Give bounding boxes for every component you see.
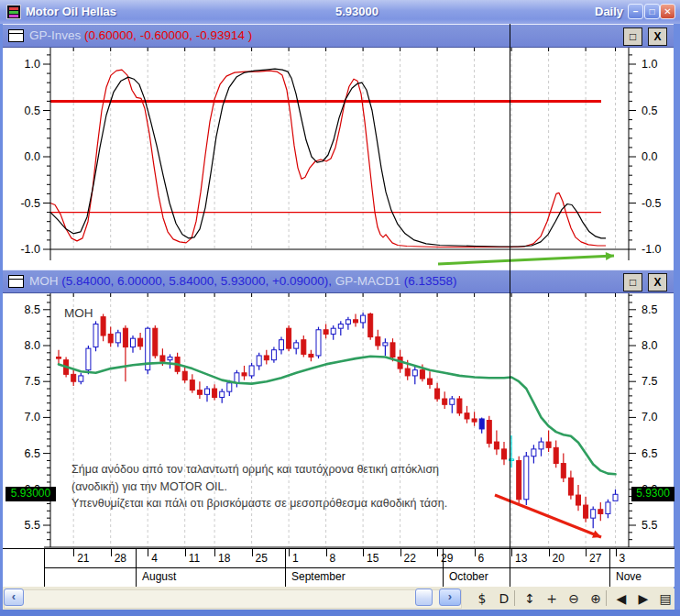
annotation-line: (ανοδική) για την MOTOR OIL. xyxy=(71,478,516,496)
candle-body xyxy=(294,343,299,348)
candle-body xyxy=(271,350,276,360)
candle-body xyxy=(287,328,291,348)
date-tick xyxy=(111,549,112,556)
price-scale-button[interactable]: $ xyxy=(472,589,492,608)
overlay-indicator-value: (6.13558) xyxy=(404,274,457,288)
close-button[interactable]: ✕ xyxy=(660,4,675,19)
date-tick xyxy=(252,549,253,556)
y-axis-label: 8.0 xyxy=(25,339,40,352)
month-label: September xyxy=(291,570,345,583)
scroll-left-button[interactable]: ‹ xyxy=(4,588,24,606)
zoom-out-button[interactable]: ⊖ xyxy=(564,589,584,608)
candle-body xyxy=(420,370,424,379)
candle-body xyxy=(390,343,395,358)
candle-body xyxy=(302,340,306,355)
titlebar-periodicity: Daily xyxy=(595,5,623,18)
overlay-indicator-name: GP-MACD1 xyxy=(335,274,400,288)
candle-body xyxy=(546,442,551,447)
date-tick xyxy=(549,549,550,556)
date-tick-label: 3 xyxy=(620,552,626,565)
candle-body xyxy=(591,510,596,518)
periodicity-daily-button[interactable]: D xyxy=(494,589,514,608)
candle-body xyxy=(79,376,83,381)
uptrend-arrow-head xyxy=(606,252,614,260)
candle-body xyxy=(472,419,477,422)
date-tick-label: 28 xyxy=(115,552,126,565)
candle-body xyxy=(532,449,536,456)
titlebar[interactable]: Motor Oil Hellas 5.93000 Daily – □ ✕ xyxy=(0,0,680,24)
candle-body xyxy=(123,328,127,346)
pane-close-button[interactable]: X xyxy=(648,28,667,46)
uptrend-arrow xyxy=(438,256,614,264)
candle-body xyxy=(345,320,350,324)
y-axis-label: 1.0 xyxy=(642,58,657,71)
candle-body xyxy=(338,324,343,328)
date-tick-label: 21 xyxy=(77,552,89,565)
date-axis[interactable]: 212841118251815222961320273AugustSeptemb… xyxy=(3,548,675,587)
candle-body xyxy=(86,348,91,370)
date-tick xyxy=(214,549,215,556)
candle-body xyxy=(264,356,269,360)
candle-body xyxy=(517,460,521,499)
candle-body xyxy=(324,330,328,335)
titlebar-last-value: 5.93000 xyxy=(335,5,378,18)
candle-body xyxy=(606,502,610,514)
indicator-window-icon xyxy=(8,29,24,42)
oscillator-pane-header[interactable]: GP-Inves (0.60000, -0.60000, -0.93914 ) … xyxy=(3,24,674,48)
symbol-ohlc-values: (5.84000, 6.00000, 5.84000, 5.93000, +0.… xyxy=(61,274,332,288)
candle-body xyxy=(383,343,388,346)
symbol-watermark: MOH xyxy=(64,306,93,320)
date-tick xyxy=(437,549,438,556)
candle-body xyxy=(554,447,558,463)
pane-maximize-button[interactable]: □ xyxy=(623,273,642,292)
zoom-vertical-button[interactable]: ↕ xyxy=(520,589,540,608)
horizontal-scrollbar-track[interactable] xyxy=(4,589,462,609)
date-tick-label: 27 xyxy=(589,552,601,565)
maximize-button[interactable]: □ xyxy=(644,4,660,19)
price-pane-header[interactable]: MOH (5.84000, 6.00000, 5.84000, 5.93000,… xyxy=(3,270,674,293)
candle-body xyxy=(93,324,98,346)
candle-body xyxy=(168,358,172,360)
candle-body xyxy=(220,391,225,397)
candle-body xyxy=(487,421,491,444)
candle-body xyxy=(598,510,603,514)
month-label: October xyxy=(449,570,488,583)
pane-close-button[interactable]: X xyxy=(648,273,667,292)
candle-body xyxy=(101,317,105,336)
candle-body xyxy=(457,399,462,413)
pane-maximize-button[interactable]: □ xyxy=(623,28,642,46)
pan-button[interactable]: + xyxy=(542,589,562,608)
candle-body xyxy=(131,338,136,346)
candle-body xyxy=(108,334,113,342)
candle-body xyxy=(443,399,447,404)
last-price-label-right: 5.9300 xyxy=(631,487,675,501)
next-chart-button[interactable]: ▶ xyxy=(633,589,653,608)
y-axis-label: 0.5 xyxy=(25,104,40,117)
date-tick xyxy=(363,549,364,556)
chart-list-button[interactable]: ▤ xyxy=(655,589,675,608)
y-axis-label: 0.0 xyxy=(642,150,657,163)
crosshair-cursor-line[interactable] xyxy=(510,24,510,587)
date-tick xyxy=(289,549,290,556)
date-tick-label: 13 xyxy=(515,552,527,565)
minimize-button[interactable]: – xyxy=(628,4,643,19)
month-separator xyxy=(285,549,286,587)
candle-body xyxy=(361,315,366,323)
date-tick xyxy=(586,549,587,556)
previous-chart-button[interactable]: ◀ xyxy=(611,589,631,608)
candle-body xyxy=(428,379,433,384)
horizontal-scrollbar-thumb[interactable] xyxy=(415,588,433,606)
date-tick xyxy=(148,549,148,556)
y-axis-label: -0.5 xyxy=(642,197,662,210)
symbol-name: MOH xyxy=(29,274,59,288)
date-tick-label: 11 xyxy=(189,552,200,565)
zoom-in-button[interactable]: ⊕ xyxy=(586,589,606,608)
candle-body xyxy=(539,442,543,449)
bottom-toolbar: ‹ › $D↕+⊖⊕◀▶▤ xyxy=(3,588,675,610)
scroll-right-button[interactable]: › xyxy=(439,588,461,606)
date-tick-label: 15 xyxy=(367,552,378,565)
month-separator xyxy=(609,549,610,587)
oscillator-plot[interactable]: 1.01.00.50.50.00.0-0.5-0.5-1.0-1.0 xyxy=(0,48,680,270)
candle-body xyxy=(227,383,232,391)
y-axis-label: 0.0 xyxy=(25,150,40,163)
